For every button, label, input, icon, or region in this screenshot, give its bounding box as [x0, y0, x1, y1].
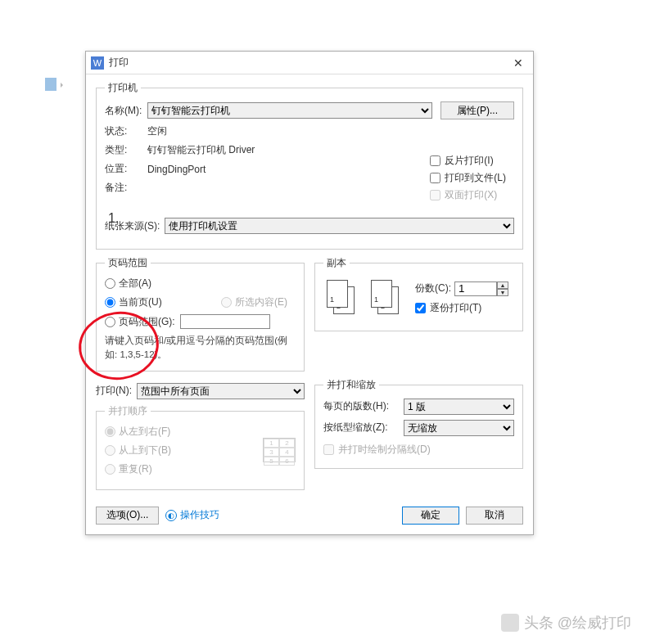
copies-legend: 副本	[323, 256, 350, 270]
app-icon: W	[91, 56, 104, 70]
range-selection-radio: 所选内容(E)	[221, 295, 287, 309]
printer-group: 打印机 名称(M): 钉钉智能云打印机 属性(P)... 状态: 空闲 类型: …	[96, 81, 523, 250]
page-range-input[interactable]	[180, 314, 270, 329]
status-value: 空闲	[147, 124, 167, 138]
reverse-print-checkbox[interactable]: 反片打印(I)	[430, 154, 506, 168]
scale-legend: 并打和缩放	[323, 378, 379, 392]
pages-per-sheet-select[interactable]: 1 版	[404, 399, 514, 415]
dialog-title: 打印	[109, 56, 508, 70]
watermark-icon	[501, 614, 519, 632]
copies-spinner[interactable]: ▲ ▼	[454, 281, 508, 296]
where-value: DingDingPort	[147, 164, 206, 175]
lightbulb-icon: ◐	[165, 510, 177, 521]
printer-select[interactable]: 钉钉智能云打印机	[147, 102, 432, 119]
print-dialog: W 打印 ✕ 打印机 名称(M): 钉钉智能云打印机 属性(P)... 状态: …	[85, 51, 534, 535]
scale-to-size-label: 按纸型缩放(Z):	[323, 421, 399, 435]
status-label: 状态:	[105, 124, 147, 138]
page-range-legend: 页码范围	[105, 256, 151, 270]
tips-link[interactable]: ◐ 操作技巧	[165, 508, 219, 522]
comment-label: 备注:	[105, 181, 147, 195]
scale-to-size-select[interactable]: 无缩放	[404, 420, 514, 436]
type-value: 钉钉智能云打印机 Driver	[147, 143, 255, 157]
print-to-file-checkbox[interactable]: 打印到文件(L)	[430, 171, 506, 185]
titlebar: W 打印 ✕	[86, 52, 533, 74]
duplex-checkbox: 双面打印(X)	[430, 188, 506, 202]
properties-button[interactable]: 属性(P)...	[440, 101, 514, 119]
paper-source-label: 纸张来源(S):	[105, 219, 160, 233]
watermark: 头条 @绘威打印	[501, 613, 631, 633]
name-label: 名称(M):	[105, 104, 147, 118]
range-pages-radio[interactable]: 页码范围(G):	[105, 314, 296, 329]
spin-down[interactable]: ▼	[497, 289, 508, 296]
collate-diagram: 21 21	[327, 280, 400, 316]
paper-source-select[interactable]: 使用打印机设置	[165, 218, 514, 234]
scale-group: 并打和缩放 每页的版数(H): 1 版 按纸型缩放(Z): 无缩放	[314, 378, 523, 469]
print-order-group: 并打顺序 从左到右(F) 从上到下(B) 重复(R) 123456	[96, 404, 305, 490]
spin-up[interactable]: ▲	[497, 281, 508, 289]
printer-legend: 打印机	[105, 81, 141, 95]
order-diagram: 123456	[263, 438, 296, 462]
ok-button[interactable]: 确定	[402, 507, 459, 525]
print-what-select[interactable]: 范围中所有页面	[137, 383, 305, 399]
type-label: 类型:	[105, 143, 147, 157]
cancel-button[interactable]: 取消	[466, 507, 523, 525]
print-order-legend: 并打顺序	[105, 404, 151, 418]
range-current-radio[interactable]: 当前页(U)	[105, 295, 162, 309]
draw-divider-checkbox: 并打时绘制分隔线(D)	[323, 443, 514, 457]
copies-label: 份数(C):	[415, 281, 451, 295]
copies-group: 副本 21 21 份数(C):	[314, 256, 523, 331]
range-all-radio[interactable]: 全部(A)	[105, 277, 296, 290]
print-what-label: 打印(N):	[96, 384, 132, 398]
pages-per-sheet-label: 每页的版数(H):	[323, 399, 399, 413]
copies-input	[454, 281, 497, 296]
order-lr-radio: 从左到右(F)	[105, 425, 296, 439]
page-range-group: 页码范围 全部(A) 当前页(U) 所选内容(E) 页码范围(G):	[96, 256, 305, 372]
where-label: 位置:	[105, 162, 147, 176]
close-button[interactable]: ✕	[508, 56, 528, 70]
document-icon	[45, 78, 56, 91]
page-range-hint: 请键入页码和/或用逗号分隔的页码范围(例如: 1,3,5-12)。	[105, 334, 296, 363]
options-button[interactable]: 选项(O)...	[96, 507, 159, 525]
collate-checkbox[interactable]: 逐份打印(T)	[415, 301, 508, 315]
